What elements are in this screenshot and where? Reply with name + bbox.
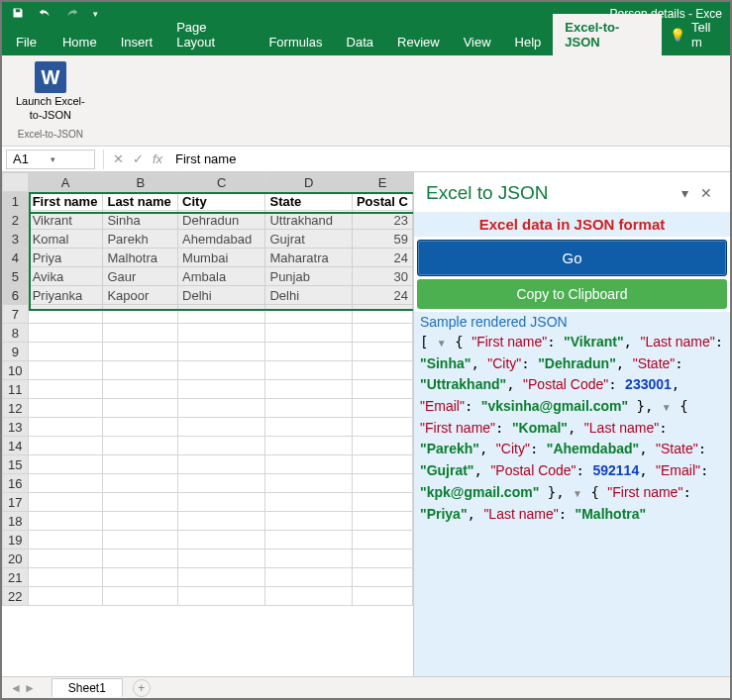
cell[interactable]: Punjab — [265, 267, 352, 286]
cell[interactable] — [103, 361, 178, 380]
cell[interactable]: Delhi — [178, 286, 265, 305]
row-header[interactable]: 19 — [3, 531, 29, 550]
cell[interactable] — [265, 437, 352, 455]
cell[interactable] — [265, 380, 352, 399]
row-header[interactable]: 13 — [3, 418, 29, 437]
cell[interactable] — [265, 361, 352, 380]
spreadsheet-grid[interactable]: ABCDE1First nameLast nameCityStatePostal… — [2, 172, 413, 676]
cell[interactable] — [178, 512, 265, 531]
row-header[interactable]: 1 — [3, 192, 29, 211]
row-header[interactable]: 8 — [3, 324, 29, 343]
cell[interactable]: Ambala — [178, 267, 265, 286]
cell[interactable] — [28, 568, 103, 587]
cell[interactable]: Delhi — [265, 286, 352, 305]
cell[interactable]: City — [178, 192, 265, 211]
cell[interactable] — [352, 437, 412, 455]
cell[interactable]: Maharatra — [265, 249, 352, 267]
cell[interactable]: Dehradun — [178, 211, 265, 230]
cell[interactable] — [265, 343, 352, 361]
cell[interactable] — [28, 418, 103, 437]
name-box[interactable]: A1 ▾ — [6, 150, 95, 169]
row-header[interactable]: 6 — [3, 286, 29, 305]
cell[interactable] — [352, 550, 412, 568]
cell[interactable] — [178, 493, 265, 512]
cell[interactable]: Gaur — [103, 267, 178, 286]
row-header[interactable]: 16 — [3, 474, 29, 493]
cancel-icon[interactable]: ✕ — [108, 151, 128, 166]
cell[interactable] — [28, 343, 103, 361]
cell[interactable]: Priyanka — [28, 286, 103, 305]
cell[interactable] — [265, 568, 352, 587]
cell[interactable] — [352, 399, 412, 418]
cell[interactable] — [178, 568, 265, 587]
cell[interactable] — [265, 418, 352, 437]
redo-icon[interactable] — [65, 7, 79, 22]
cell[interactable]: 24 — [352, 249, 412, 267]
fx-icon[interactable]: fx — [148, 151, 167, 166]
cell[interactable]: Uttrakhand — [265, 211, 352, 230]
cell[interactable] — [352, 418, 412, 437]
tab-view[interactable]: View — [452, 29, 503, 55]
cell[interactable] — [352, 568, 412, 587]
cell[interactable] — [178, 531, 265, 550]
add-sheet-button[interactable]: + — [133, 679, 151, 697]
copy-clipboard-button[interactable]: Copy to Clipboard — [417, 279, 727, 309]
cell[interactable] — [178, 418, 265, 437]
cell[interactable]: Vikrant — [28, 211, 103, 230]
row-header[interactable]: 2 — [3, 211, 29, 230]
cell[interactable] — [103, 343, 178, 361]
cell[interactable]: 30 — [352, 267, 412, 286]
cell[interactable] — [28, 587, 103, 606]
cell[interactable]: Sinha — [103, 211, 178, 230]
cell[interactable] — [103, 550, 178, 568]
cell[interactable] — [178, 587, 265, 606]
row-header[interactable]: 20 — [3, 550, 29, 568]
cell[interactable]: Gujrat — [265, 230, 352, 249]
row-header[interactable]: 21 — [3, 568, 29, 587]
cell[interactable] — [28, 380, 103, 399]
cell[interactable] — [28, 455, 103, 474]
cell[interactable]: Komal — [28, 230, 103, 249]
row-header[interactable]: 7 — [3, 305, 29, 324]
cell[interactable] — [178, 380, 265, 399]
cell[interactable]: 24 — [352, 286, 412, 305]
cell[interactable] — [103, 493, 178, 512]
cell[interactable] — [178, 550, 265, 568]
row-header[interactable]: 15 — [3, 455, 29, 474]
save-icon[interactable] — [12, 7, 24, 22]
launch-excel-to-json-button[interactable]: W Launch Excel- to-JSON — [16, 61, 85, 121]
tab-insert[interactable]: Insert — [109, 29, 165, 55]
tab-help[interactable]: Help — [503, 29, 554, 55]
cell[interactable]: Kapoor — [103, 286, 178, 305]
cell[interactable] — [103, 531, 178, 550]
cell[interactable] — [265, 399, 352, 418]
cell[interactable] — [103, 380, 178, 399]
cell[interactable] — [265, 512, 352, 531]
cell[interactable] — [352, 305, 412, 324]
cell[interactable] — [28, 474, 103, 493]
formula-input[interactable] — [167, 150, 730, 169]
cell[interactable]: State — [265, 192, 352, 211]
cell[interactable]: Ahemdabad — [178, 230, 265, 249]
cell[interactable] — [103, 324, 178, 343]
cell[interactable] — [265, 305, 352, 324]
tab-excel-to-json[interactable]: Excel-to-JSON — [553, 14, 662, 55]
col-header[interactable]: A — [28, 173, 103, 192]
cell[interactable]: Mumbai — [178, 249, 265, 267]
cell[interactable]: 59 — [352, 230, 412, 249]
cell[interactable] — [178, 399, 265, 418]
cell[interactable]: Avika — [28, 267, 103, 286]
col-header[interactable]: C — [178, 173, 265, 192]
cell[interactable] — [352, 324, 412, 343]
cell[interactable] — [103, 437, 178, 455]
cell[interactable] — [352, 361, 412, 380]
cell[interactable] — [178, 343, 265, 361]
tab-data[interactable]: Data — [335, 29, 385, 55]
cell[interactable] — [28, 399, 103, 418]
cell[interactable]: Postal C — [352, 192, 412, 211]
cell[interactable]: Priya — [28, 249, 103, 267]
enter-icon[interactable]: ✓ — [128, 151, 148, 166]
row-header[interactable]: 10 — [3, 361, 29, 380]
cell[interactable]: Parekh — [103, 230, 178, 249]
col-header[interactable]: E — [352, 173, 412, 192]
